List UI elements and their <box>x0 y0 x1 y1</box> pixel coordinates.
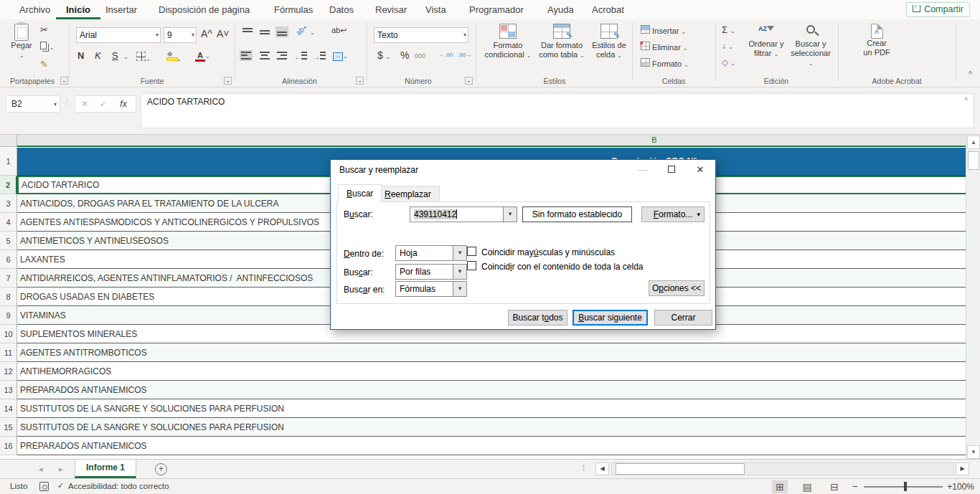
tab-datos[interactable]: Datos <box>319 0 364 19</box>
sheet-nav-right[interactable]: ▸ <box>59 460 63 478</box>
name-box[interactable]: B2▾ <box>6 95 60 113</box>
tab-programador[interactable]: Programador <box>459 0 534 19</box>
row-header-5[interactable]: 5 <box>0 232 17 250</box>
row-header-10[interactable]: 10 <box>0 325 17 343</box>
row-header-1[interactable]: 1 <box>0 148 17 176</box>
dialog-tab-reemplazar[interactable]: Reemplazar <box>376 186 440 202</box>
row-header-8[interactable]: 8 <box>0 288 17 306</box>
font-size-combo[interactable]: 9▾ <box>164 27 197 43</box>
accessibility-status[interactable]: Accesibilidad: todo correcto <box>68 482 169 490</box>
format-button[interactable]: Formato... ▾ <box>641 206 705 222</box>
find-all-button[interactable]: Buscar todos <box>508 310 567 326</box>
bold-button[interactable]: N <box>77 50 84 61</box>
format-as-table-button[interactable]: ✎ Dar formato como tabla ⌄ <box>538 24 585 60</box>
macro-record-icon[interactable] <box>39 482 49 491</box>
sheet-tab-informe1[interactable]: Informe 1 <box>75 460 136 478</box>
view-page-layout-button[interactable]: ▤ <box>799 480 815 493</box>
merge-center-button[interactable]: ↔⌄ <box>333 51 348 61</box>
underline-button[interactable]: S <box>112 50 118 61</box>
font-color-button[interactable]: A⌄ <box>195 51 210 61</box>
portapapeles-dialog-launcher[interactable]: ⌄ <box>60 77 68 85</box>
format-painter-button[interactable]: ✎ <box>40 59 48 70</box>
comma-style-button[interactable]: 000 <box>415 52 425 60</box>
numero-dialog-launcher[interactable]: ⌄ <box>465 77 473 85</box>
row-header-4[interactable]: 4 <box>0 213 17 232</box>
increase-decimal-button[interactable]: ←.00 <box>439 52 453 58</box>
fuente-dialog-launcher[interactable]: ⌄ <box>224 77 232 85</box>
row-header-7[interactable]: 7 <box>0 269 17 288</box>
minimize-icon[interactable]: — <box>631 164 655 175</box>
borders-button[interactable]: ⌄ <box>136 52 151 62</box>
row-header-6[interactable]: 6 <box>0 250 17 269</box>
select-all-corner[interactable] <box>0 135 17 147</box>
fill-color-button[interactable]: ⌄ <box>166 52 182 62</box>
dialog-tab-buscar[interactable]: Buscar <box>338 184 382 202</box>
tab-revisar[interactable]: Revisar <box>365 0 417 19</box>
font-name-combo[interactable]: Arial▾ <box>76 27 161 43</box>
scroll-up-arrow[interactable]: ▲ <box>967 136 980 149</box>
currency-button[interactable]: $ ⌄ <box>377 49 390 61</box>
tab-inicio[interactable]: Inicio <box>56 0 100 19</box>
align-center-button[interactable] <box>260 52 270 61</box>
percent-button[interactable]: % <box>400 49 409 61</box>
create-pdf-button[interactable]: A Crearun PDF <box>858 24 895 57</box>
search-order-combo[interactable]: Por filas▾ <box>395 264 467 280</box>
row-header-3[interactable]: 3 <box>0 194 17 213</box>
horizontal-scroll-thumb[interactable] <box>616 463 745 475</box>
row-header-16[interactable]: 16 <box>0 437 17 455</box>
within-combo[interactable]: Hoja▾ <box>395 245 467 261</box>
zoom-slider-track[interactable] <box>864 486 943 488</box>
collapse-formula-bar-button[interactable]: ^ <box>964 97 968 105</box>
increase-indent-button[interactable]: → <box>313 52 326 61</box>
find-next-button[interactable]: Buscar siguiente <box>573 310 648 326</box>
look-in-combo[interactable]: Fórmulas▾ <box>395 281 467 297</box>
insert-function-button[interactable]: fx <box>114 96 133 112</box>
scrollbar-resize-handle[interactable]: ⁞ <box>583 463 584 472</box>
number-format-combo[interactable]: Texto▾ <box>374 27 468 43</box>
tab-archivo[interactable]: Archivo <box>9 0 60 19</box>
row-header-14[interactable]: 14 <box>0 399 17 418</box>
hscroll-right-arrow[interactable]: ▶ <box>956 462 969 475</box>
decrease-decimal-button[interactable]: .00→ <box>458 52 471 58</box>
find-select-button[interactable]: Buscar y seleccionar ⌄ <box>788 24 834 68</box>
alineacion-dialog-launcher[interactable]: ⌄ <box>356 77 364 85</box>
format-cells-button[interactable]: Formato ⌄ <box>641 58 689 68</box>
scroll-down-arrow[interactable]: ▼ <box>967 445 980 459</box>
align-right-button[interactable] <box>277 52 287 61</box>
zoom-out-button[interactable]: − <box>852 481 858 492</box>
row-header-11[interactable]: 11 <box>0 343 17 362</box>
align-bottom-button[interactable] <box>277 28 287 37</box>
grid-cell-b11[interactable]: AGENTES ANTITROMBOTICOS <box>17 343 980 362</box>
maximize-icon[interactable] <box>659 164 684 175</box>
grid-cell-b16[interactable]: PREPARADOS ANTIANEMICOS <box>17 437 980 455</box>
view-normal-button[interactable]: ⊞ <box>772 480 788 493</box>
cut-button[interactable]: ✂ <box>40 24 48 35</box>
orientation-chevron[interactable]: ⌄ <box>310 29 315 36</box>
decrease-indent-button[interactable]: ← <box>294 52 307 61</box>
tab-disposicion[interactable]: Disposición de página <box>149 0 260 19</box>
find-what-dropdown-icon[interactable]: ▾ <box>503 207 517 222</box>
cancel-entry-button[interactable]: ✕ <box>75 96 94 112</box>
autosum-button[interactable]: Σ ⌄ <box>722 24 735 35</box>
sheet-nav-left[interactable]: ◂ <box>39 460 43 478</box>
column-header-b[interactable]: B <box>17 135 966 147</box>
orientation-button[interactable]: ab⌁ <box>294 23 308 37</box>
sort-filter-button[interactable]: AZ Ordenar y filtrar ⌄ <box>746 24 786 59</box>
row-header-9[interactable]: 9 <box>0 306 17 325</box>
wrap-text-button[interactable]: ab↩ <box>331 26 347 35</box>
row-header-15[interactable]: 15 <box>0 418 17 437</box>
tab-insertar[interactable]: Insertar <box>95 0 147 19</box>
cell-styles-button[interactable]: ✎ Estilos de celda ⌄ <box>588 24 630 60</box>
grid-cell-b14[interactable]: SUSTITUTOS DE LA SANGRE Y SOLUCIONES PAR… <box>17 399 980 418</box>
row-header-12[interactable]: 12 <box>0 362 17 381</box>
fill-button[interactable]: ↓ ⌄ <box>722 41 733 51</box>
vertical-scrollbar[interactable]: ▲ ▼ <box>966 135 980 459</box>
copy-button[interactable]: ⌄ <box>40 41 54 52</box>
underline-chevron[interactable]: ⌄ <box>123 54 128 60</box>
align-top-button[interactable] <box>242 28 253 37</box>
tab-acrobat[interactable]: Acrobat <box>582 0 634 19</box>
find-what-combo[interactable]: 439110412 ▾ <box>410 206 517 222</box>
row-header-2[interactable]: 2 <box>0 176 17 194</box>
formula-input[interactable]: ACIDO TARTARICO ^ <box>141 93 974 128</box>
close-icon[interactable]: ✕ <box>688 164 712 175</box>
